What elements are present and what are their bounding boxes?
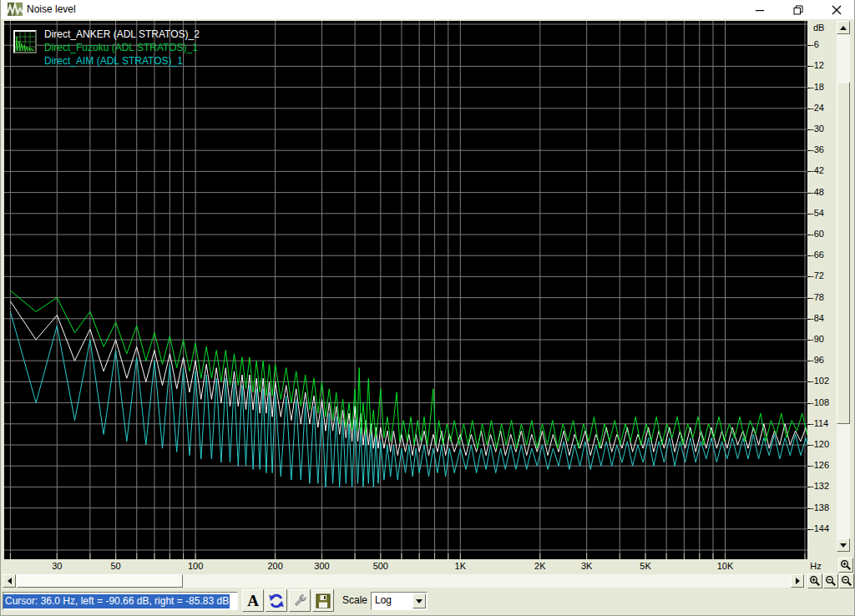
db-tick-label: -144 bbox=[811, 523, 829, 533]
db-tick-label: -78 bbox=[811, 292, 824, 302]
db-tick-label: -114 bbox=[811, 418, 828, 428]
db-tick-label: -30 bbox=[811, 124, 824, 134]
frequency-axis: Hz 30501002003005001K2K3K5K10K bbox=[1, 559, 837, 574]
db-tick-mark bbox=[807, 45, 811, 46]
db-axis-unit: dB bbox=[813, 23, 824, 33]
zoom-out-icon bbox=[825, 575, 837, 587]
frequency-axis-unit: Hz bbox=[801, 561, 831, 571]
db-tick-label: -48 bbox=[811, 187, 824, 197]
db-tick-label: -108 bbox=[811, 397, 829, 407]
vertical-scrollbar-thumb[interactable] bbox=[837, 82, 850, 424]
scroll-up-button[interactable] bbox=[837, 21, 850, 34]
x-tick-label: 200 bbox=[257, 561, 294, 571]
x-tick-label: 500 bbox=[362, 561, 399, 571]
scroll-down-button[interactable] bbox=[837, 538, 850, 552]
scale-label: Scale bbox=[342, 594, 367, 606]
db-tick-mark bbox=[807, 340, 811, 341]
minimize-button[interactable] bbox=[741, 0, 779, 19]
cursor-readout-field[interactable]: Cursor: 36.0 Hz, left = -90.66 dB, right… bbox=[3, 592, 238, 610]
db-tick-mark bbox=[807, 129, 811, 130]
zoom-out-icon bbox=[841, 575, 852, 587]
db-tick-label: -6 bbox=[811, 39, 819, 49]
zoom-in-icon bbox=[809, 575, 821, 587]
close-button[interactable] bbox=[817, 0, 855, 19]
font-button-label: A bbox=[247, 592, 259, 610]
db-tick-mark bbox=[807, 529, 811, 530]
db-tick-label: -24 bbox=[811, 103, 824, 113]
db-tick-mark bbox=[807, 381, 811, 382]
db-tick-mark bbox=[807, 109, 811, 109]
db-tick-mark bbox=[807, 171, 811, 172]
db-tick-mark bbox=[807, 235, 811, 235]
x-tick-label: 5K bbox=[627, 561, 664, 571]
scale-dropdown[interactable]: Log bbox=[371, 592, 428, 610]
x-tick-label: 1K bbox=[442, 561, 478, 571]
legend-item: Direct_AIM (ADL STRATOS)_1 bbox=[44, 54, 200, 68]
chevron-down-icon bbox=[416, 599, 422, 603]
legend-toggle-button[interactable] bbox=[13, 30, 37, 53]
x-tick-label: 10K bbox=[707, 561, 744, 571]
cursor-readout-text: Cursor: 36.0 Hz, left = -90.66 dB, right… bbox=[3, 594, 230, 608]
db-tick-label: -84 bbox=[811, 313, 824, 323]
db-tick-mark bbox=[807, 66, 811, 67]
titlebar: Noise level bbox=[1, 0, 855, 19]
x-tick-label: 300 bbox=[303, 561, 340, 571]
db-tick-label: -60 bbox=[811, 229, 824, 239]
x-tick-label: 2K bbox=[522, 561, 559, 571]
horizontal-zoom-in-button[interactable] bbox=[807, 573, 822, 588]
font-button[interactable]: A bbox=[242, 589, 264, 612]
db-tick-mark bbox=[807, 508, 811, 509]
db-tick-label: -126 bbox=[811, 460, 829, 470]
minimize-icon bbox=[755, 5, 765, 15]
vertical-scrollbar[interactable] bbox=[837, 21, 850, 552]
db-tick-mark bbox=[807, 403, 811, 404]
db-tick-label: -18 bbox=[811, 82, 824, 92]
app-spectrum-icon bbox=[8, 3, 23, 16]
db-tick-label: -132 bbox=[811, 481, 829, 491]
db-tick-mark bbox=[807, 466, 811, 467]
wrench-icon bbox=[291, 593, 308, 609]
legend: Direct_ANKER (ADL STRATOS)_2Direct_Fuzok… bbox=[44, 28, 200, 68]
db-tick-mark bbox=[807, 150, 811, 151]
arrow-up-icon bbox=[840, 26, 847, 30]
db-tick-mark bbox=[807, 298, 811, 299]
dropdown-button[interactable] bbox=[412, 593, 426, 608]
save-button[interactable] bbox=[312, 589, 334, 612]
arrow-down-icon bbox=[840, 543, 847, 548]
scroll-right-button[interactable] bbox=[791, 574, 804, 588]
restore-button[interactable] bbox=[779, 0, 817, 19]
db-tick-label: -54 bbox=[811, 208, 824, 218]
vertical-zoom-in-button[interactable] bbox=[838, 558, 853, 573]
db-tick-mark bbox=[807, 276, 811, 277]
window-title: Noise level bbox=[27, 0, 76, 19]
series-curve bbox=[10, 311, 807, 487]
db-tick-mark bbox=[807, 424, 811, 425]
spectrum-plot[interactable] bbox=[4, 21, 807, 559]
db-tick-mark bbox=[807, 88, 811, 88]
db-tick-mark bbox=[807, 487, 811, 487]
db-tick-label: -96 bbox=[811, 355, 824, 365]
scroll-left-button[interactable] bbox=[3, 574, 16, 588]
legend-item: Direct_Fuzoku (ADL STRATOS)_1 bbox=[44, 41, 200, 54]
arrow-left-icon bbox=[8, 578, 12, 584]
db-tick-mark bbox=[807, 193, 811, 194]
refresh-button[interactable] bbox=[266, 589, 287, 612]
zoom-in-icon bbox=[840, 559, 852, 571]
db-tick-mark bbox=[807, 445, 811, 446]
db-tick-label: -138 bbox=[811, 502, 829, 512]
db-tick-label: -102 bbox=[811, 376, 829, 386]
horizontal-zoom-out-button[interactable] bbox=[823, 573, 838, 588]
db-tick-mark bbox=[807, 255, 811, 256]
scale-dropdown-value: Log bbox=[375, 594, 392, 606]
x-tick-label: 100 bbox=[177, 561, 214, 571]
db-tick-mark bbox=[807, 214, 811, 215]
db-axis: dB -6-12-18-24-30-36-42-48-54-60-66-72-7… bbox=[807, 21, 837, 559]
horizontal-scrollbar-thumb[interactable] bbox=[17, 574, 183, 588]
settings-button[interactable] bbox=[289, 589, 311, 612]
corner-zoom-out-button[interactable] bbox=[839, 573, 854, 588]
floppy-disk-icon bbox=[315, 593, 331, 609]
restore-icon bbox=[793, 5, 803, 15]
mini-spectrum-icon bbox=[15, 32, 35, 52]
horizontal-scrollbar[interactable] bbox=[3, 574, 806, 588]
db-tick-label: -72 bbox=[811, 270, 824, 280]
